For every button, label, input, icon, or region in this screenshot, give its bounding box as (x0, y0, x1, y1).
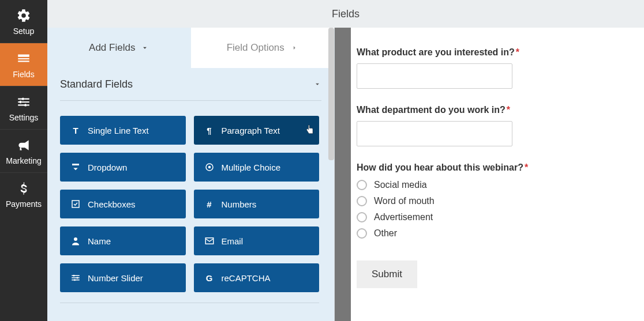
svg-point-7 (77, 277, 78, 279)
sidebar-item-settings[interactable]: Settings (0, 86, 47, 129)
resize-divider[interactable] (335, 28, 351, 321)
field-label: Email (222, 236, 244, 246)
envelope-icon (204, 236, 215, 246)
form-icon (16, 51, 31, 66)
dollar-icon (16, 181, 31, 196)
text-icon: T (70, 126, 81, 135)
bullhorn-icon (16, 138, 31, 153)
field-label: What product are you interested in?* (357, 47, 621, 58)
divider (60, 303, 319, 303)
field-single-line-text[interactable]: T Single Line Text (60, 116, 186, 145)
chevron-right-icon (290, 44, 298, 52)
field-label: Number Slider (88, 273, 143, 283)
tab-add-fields[interactable]: Add Fields (47, 28, 191, 68)
radio-icon (204, 162, 215, 172)
field-checkboxes[interactable]: Checkboxes (60, 190, 186, 218)
svg-point-4 (208, 166, 211, 169)
sidebar-item-label: Settings (9, 113, 39, 122)
fields-scroll[interactable]: T Single Line Text ¶ Paragraph Text Drop… (47, 101, 334, 321)
radio-icon (357, 212, 367, 222)
sliders-icon (70, 273, 81, 283)
field-label: Dropdown (88, 163, 127, 172)
option-label: Word of mouth (374, 196, 435, 206)
field-label: Name (88, 236, 111, 246)
sidebar-nav: Setup Fields Settings Marketing Payments (0, 0, 47, 321)
label-text: What department do you work in? (357, 105, 506, 115)
field-paragraph-text[interactable]: ¶ Paragraph Text (194, 116, 320, 145)
field-dropdown[interactable]: Dropdown (60, 153, 186, 182)
field-label: Single Line Text (88, 126, 149, 135)
chevron-down-icon (313, 80, 321, 88)
sidebar-item-label: Marketing (6, 156, 41, 165)
page-title-text: Fields (332, 8, 360, 20)
form-field-hear-about: How did you hear about this webinar?* So… (357, 163, 621, 239)
field-email[interactable]: Email (194, 226, 320, 255)
field-recaptcha[interactable]: G reCAPTCHA (194, 263, 320, 292)
form-preview: What product are you interested in?* Wha… (351, 28, 644, 321)
department-input[interactable] (357, 121, 512, 146)
field-multiple-choice[interactable]: Multiple Choice (194, 153, 320, 182)
page-title: Fields (47, 0, 644, 28)
svg-point-0 (22, 97, 24, 100)
fields-panel: Add Fields Field Options Standard Fields… (47, 28, 335, 321)
radio-icon (357, 180, 367, 190)
field-label: Numbers (222, 199, 257, 209)
label-text: What product are you interested in? (357, 47, 515, 57)
sidebar-item-label: Setup (13, 27, 35, 36)
hash-icon: # (204, 199, 215, 209)
paragraph-icon: ¶ (204, 126, 215, 135)
cursor-icon (304, 124, 316, 135)
section-standard-fields[interactable]: Standard Fields (47, 68, 334, 100)
sidebar-item-payments[interactable]: Payments (0, 172, 47, 216)
option-label: Other (374, 228, 397, 239)
radio-option[interactable]: Other (357, 228, 621, 239)
label-text: How did you hear about this webinar? (357, 163, 523, 172)
required-mark: * (516, 47, 519, 57)
form-field-product: What product are you interested in?* (357, 47, 621, 89)
svg-point-8 (74, 279, 76, 281)
form-field-department: What department do you work in?* (357, 105, 621, 146)
panel-tabs: Add Fields Field Options (47, 28, 334, 68)
sliders-icon (16, 95, 31, 109)
field-label: How did you hear about this webinar?* (357, 163, 621, 173)
sidebar-item-label: Payments (6, 199, 42, 209)
tab-field-options[interactable]: Field Options (191, 28, 335, 68)
field-label: Checkboxes (88, 199, 136, 209)
radio-option[interactable]: Advertisement (357, 212, 621, 222)
svg-point-1 (19, 101, 21, 103)
submit-button[interactable]: Submit (357, 260, 417, 288)
product-input[interactable] (357, 63, 512, 89)
sidebar-item-fields[interactable]: Fields (0, 43, 47, 86)
content-row: Add Fields Field Options Standard Fields… (47, 28, 644, 321)
radio-option[interactable]: Word of mouth (357, 196, 621, 206)
section-title: Standard Fields (60, 78, 133, 90)
field-number-slider[interactable]: Number Slider (60, 263, 186, 292)
svg-point-6 (73, 275, 75, 277)
scrollbar[interactable] (328, 28, 334, 160)
option-label: Social media (374, 180, 427, 190)
option-label: Advertisement (374, 212, 433, 222)
google-icon: G (204, 273, 215, 283)
main-area: Fields Add Fields Field Options Standard… (47, 0, 644, 321)
radio-icon (357, 228, 367, 239)
field-label: reCAPTCHA (222, 273, 271, 283)
gear-icon (16, 8, 31, 23)
field-numbers[interactable]: # Numbers (194, 190, 320, 218)
field-name[interactable]: Name (60, 226, 186, 255)
tab-label: Field Options (227, 42, 284, 54)
field-label: Paragraph Text (222, 126, 280, 135)
chevron-down-icon (141, 44, 149, 52)
radio-option[interactable]: Social media (357, 180, 621, 190)
radio-icon (357, 196, 367, 206)
checkbox-icon (70, 199, 81, 209)
sidebar-item-label: Fields (13, 70, 34, 79)
svg-point-2 (24, 104, 27, 106)
user-icon (70, 236, 81, 246)
field-grid: T Single Line Text ¶ Paragraph Text Drop… (47, 101, 332, 303)
sidebar-item-setup[interactable]: Setup (0, 0, 47, 43)
required-mark: * (507, 105, 510, 115)
field-label: What department do you work in?* (357, 105, 621, 115)
svg-point-5 (74, 237, 77, 241)
sidebar-item-marketing[interactable]: Marketing (0, 129, 47, 172)
dropdown-icon (70, 162, 81, 172)
